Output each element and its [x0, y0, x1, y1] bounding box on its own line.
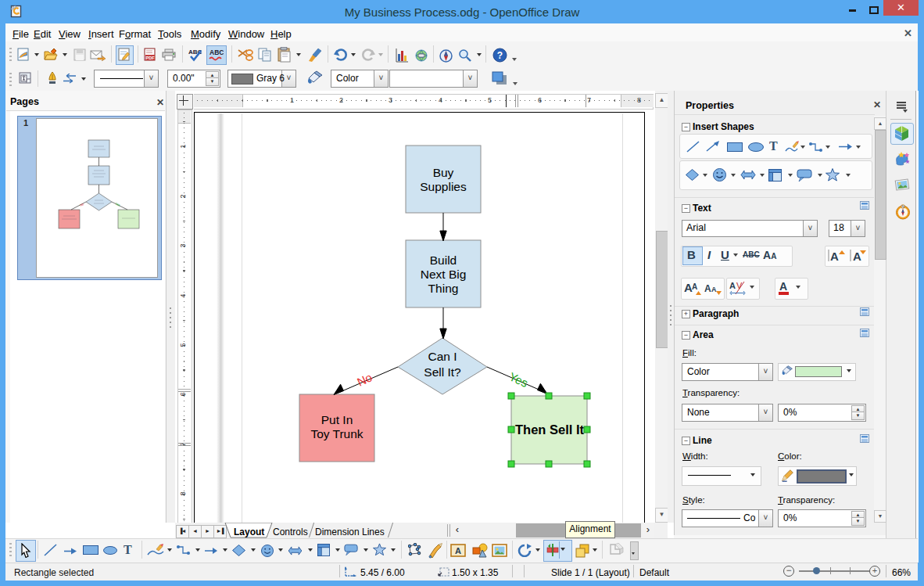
svg-text:Then Sell It: Then Sell It — [515, 422, 585, 437]
svg-text:A: A — [455, 546, 461, 555]
svg-text:A: A — [830, 250, 839, 263]
svg-text:Next Big: Next Big — [421, 268, 467, 281]
svg-text:A: A — [729, 281, 736, 290]
svg-text:Put In: Put In — [321, 413, 353, 426]
svg-text:Buy: Buy — [433, 166, 454, 179]
svg-text:Supplies: Supplies — [420, 180, 467, 193]
svg-text:Build: Build — [430, 253, 457, 267]
svg-text:Sell It?: Sell It? — [424, 365, 461, 379]
svg-text:No: No — [355, 370, 374, 389]
svg-text:ABC: ABC — [210, 49, 224, 56]
svg-text:?: ? — [497, 50, 503, 61]
svg-text:Yes: Yes — [507, 369, 530, 390]
svg-text:Thing: Thing — [428, 282, 459, 295]
svg-text:Can I: Can I — [428, 350, 457, 363]
svg-text:PDF: PDF — [146, 56, 156, 60]
svg-text:Toy Trunk: Toy Trunk — [310, 427, 363, 440]
svg-text:A: A — [711, 286, 717, 293]
svg-text:A: A — [853, 250, 861, 263]
svg-text:A: A — [704, 283, 711, 294]
svg-text:N: N — [901, 204, 904, 209]
svg-text:A: A — [692, 282, 697, 291]
